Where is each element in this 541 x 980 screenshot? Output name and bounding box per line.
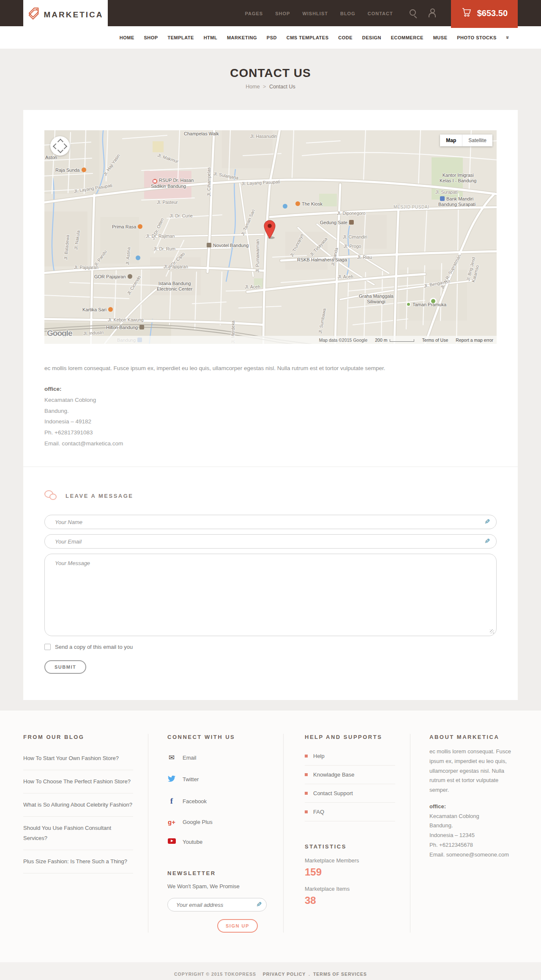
map-label: Hilton Bandung [106,325,146,330]
map-type-control: Map Satellite [440,135,492,146]
map-marker-pin[interactable] [262,220,277,239]
cart-button[interactable]: $653.50 [451,0,518,28]
connect-list-item[interactable]: fFacebook [167,790,268,812]
connect-link[interactable]: Email [183,755,197,761]
help-link[interactable]: Contact Support [313,790,353,796]
terms-of-services-link[interactable]: TERMS OF SERVICES [313,972,367,977]
signup-button[interactable]: SIGN UP [217,919,258,933]
search-glyph [410,9,416,16]
menu-item[interactable]: DESIGN [362,35,381,40]
pan-right-icon[interactable] [61,143,67,149]
menu-item[interactable]: HOME [120,35,134,40]
map-pan-control[interactable] [50,136,70,156]
map-label: HRSUP Dr. Hasan Sadikin Bandung [151,178,194,189]
account-icon[interactable] [427,8,437,18]
menu-item[interactable]: MARKETING [227,35,257,40]
connect-link[interactable]: Youtube [183,839,202,845]
map-label: Kantor Imigrasi Kelas I - Bandung [440,173,476,184]
menu-item[interactable]: CMS TEMPLATES [287,35,329,40]
logo-text: MARKETICA [44,10,104,19]
statistics-list: Marketplace Members159Marketplace Items3… [305,857,395,906]
blog-link[interactable]: How To Start Your Own Fashion Store? [23,755,119,761]
map-label: Jl. Industri [83,330,104,336]
email-input[interactable] [44,534,497,549]
map-label: Jl. Hasanudin [250,134,277,139]
menu-item[interactable]: MUSE [433,35,448,40]
pen-icon: ✎ [484,518,490,526]
blog-link[interactable]: How To Choose The Perfect Fashion Store? [23,778,131,785]
header-nav-item[interactable]: SHOP [275,11,290,16]
map-label: Gedung Sate [320,220,355,225]
chevron-down-icon[interactable]: » [505,36,511,39]
connect-link[interactable]: Google Plus [183,819,213,825]
map-type-satellite-button[interactable]: Satellite [462,135,492,146]
search-icon[interactable] [409,8,418,18]
map-label: Jl. Riau [357,255,372,260]
statistics: STATISTICS Marketplace Members159Marketp… [305,843,395,906]
menu-item[interactable]: HTML [204,35,218,40]
send-copy-label: Send a copy of this email to you [55,644,133,650]
connect-list-item[interactable]: Twitter [167,769,268,790]
hotel-icon [207,243,211,247]
help-link[interactable]: FAQ [313,809,324,815]
send-copy-checkbox[interactable] [44,644,51,650]
pan-up-icon[interactable] [57,139,63,145]
breadcrumb-home[interactable]: Home [246,84,260,90]
privacy-policy-link[interactable]: PRIVACY POLICY [263,972,306,977]
name-input[interactable] [44,515,497,529]
blog-link[interactable]: What is So Alluring About Celebrity Fash… [23,802,132,808]
stat-item: Marketplace Members159 [305,857,395,878]
map-label [281,204,289,209]
header-nav-item[interactable]: CONTACT [368,11,393,16]
map-type-map-button[interactable]: Map [440,135,462,146]
header-nav-item[interactable]: BLOG [340,11,355,16]
about-heading: ABOUT MARKETICA [429,734,518,740]
menu-item[interactable]: PSD [267,35,277,40]
report-error-link[interactable]: Report a map error [456,338,493,343]
stat-label: Marketplace Items [305,886,395,892]
message-input[interactable] [44,554,497,636]
blog-link[interactable]: Plus Size Fashion: Is There Such a Thing… [23,858,127,865]
menu-item[interactable]: SHOP [144,35,158,40]
map-label: Jl. Diponegoro [337,211,366,216]
map[interactable]: Champelas WalkJl. HasanudinJl. Cihampela… [44,130,497,344]
help-list-item: Contact Support [305,784,395,803]
copyright-bar: COPYRIGHT © 2015 TOKOPRESS PRIVACY POLIC… [0,962,541,980]
museum-icon [349,220,354,225]
map-label: Jl. Kebon Kawung [108,317,144,323]
blog-link[interactable]: Should You Use Fashion Consultant Servic… [23,825,111,841]
newsletter-email-input[interactable] [167,898,267,911]
help-list-item: Help [305,747,395,766]
menu-item[interactable]: CODE [338,35,352,40]
leave-message-section: LEAVE A MESSAGE ✎ ✎ Send a copy of this … [23,467,518,700]
submit-button[interactable]: SUBMIT [44,660,86,674]
menu-item[interactable]: TEMPLATE [167,35,194,40]
office-address: Kecamatan CoblongBandung.Indonesia – 491… [44,395,497,449]
connect-list-item[interactable]: g+Google Plus [167,812,268,832]
connect-link[interactable]: Twitter [183,776,199,782]
stat-label: Marketplace Members [305,857,395,864]
menu-item[interactable]: ECOMMERCE [391,35,424,40]
connect-list-item[interactable]: Youtube [167,832,268,851]
cart-icon [461,7,472,19]
address-line: Indonesia – 49182 [44,416,497,427]
help-heading: HELP AND SUPPORTS [305,734,395,740]
gplus-icon: g+ [167,818,176,826]
address-line: Email. contact@marketica.com [44,438,497,449]
header-nav-item[interactable]: PAGES [245,11,263,16]
terms-link[interactable]: Terms of Use [422,338,448,343]
resize-grip-icon[interactable] [490,629,494,634]
help-link[interactable]: Knowladge Base [313,771,355,778]
header-nav: PAGESSHOPWISHLISTBLOGCONTACT [245,9,405,17]
connect-link[interactable]: Facebook [183,798,207,804]
pan-left-icon[interactable] [53,143,59,149]
help-link[interactable]: Help [313,753,325,759]
header-nav-item[interactable]: WISHLIST [302,11,328,16]
blog-list-item: How To Start Your Own Fashion Store? [23,747,133,770]
map-label: Jl. Pajajaran [164,264,188,269]
menu-item[interactable]: PHOTO STOCKS [457,35,497,40]
pan-down-icon[interactable] [57,147,63,153]
connect-list-item[interactable]: ✉Email [167,747,268,769]
logo[interactable]: MARKETICA [23,0,108,30]
blog-list-item: How To Choose The Perfect Fashion Store? [23,770,133,793]
